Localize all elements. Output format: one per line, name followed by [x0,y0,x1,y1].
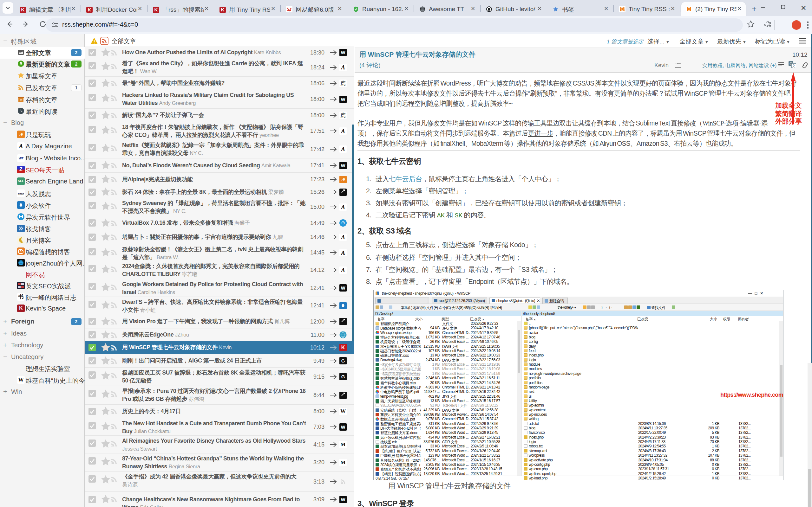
svg-text:文: 文 [792,64,796,68]
